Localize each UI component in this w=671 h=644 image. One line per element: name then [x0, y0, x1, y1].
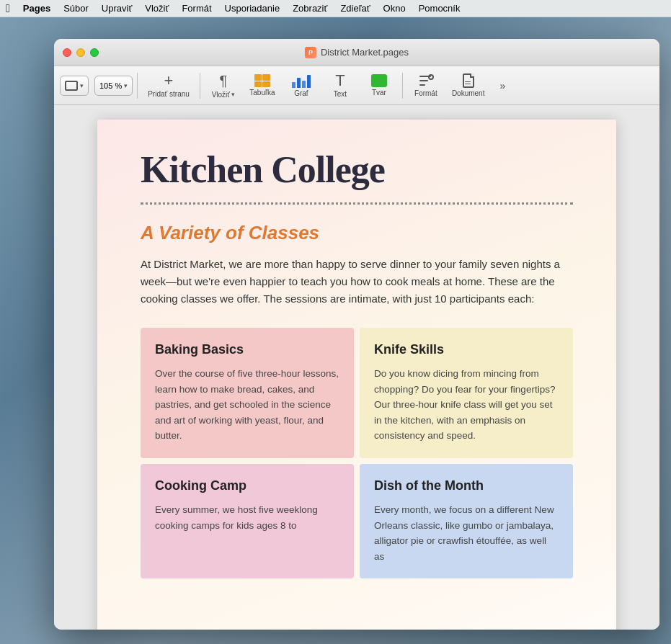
vlozit-menu[interactable]: Vložiť: [145, 3, 169, 14]
add-page-button[interactable]: + Pridať stranu: [142, 69, 195, 102]
table-label: Tabuľka: [249, 89, 275, 97]
toolbar-separator-1: [137, 73, 138, 99]
pomocnik-menu[interactable]: Pomocník: [419, 3, 461, 14]
insert-button[interactable]: ¶ Vložiť ▾: [205, 69, 242, 102]
paragraph-icon: ¶: [220, 73, 228, 89]
shape-label: Tvar: [372, 89, 386, 97]
baking-basics-text: Over the course of five three-hour lesso…: [155, 366, 339, 444]
knife-skills-card: Knife Skills Do you know dicing from min…: [360, 328, 573, 458]
title-divider: [141, 202, 573, 205]
close-button[interactable]: [63, 48, 71, 57]
knife-skills-text: Do you know dicing from mincing from cho…: [374, 366, 559, 444]
pages-app-icon: P: [305, 47, 316, 58]
toolbar-separator-3: [402, 73, 403, 99]
zoom-chevron-icon: ▾: [124, 82, 128, 89]
chart-label: Graf: [294, 89, 308, 97]
insert-label: Vložiť: [212, 91, 230, 99]
plus-icon: +: [164, 73, 174, 89]
format-icon: [418, 73, 434, 88]
baking-basics-card: Baking Basics Over the course of five th…: [141, 328, 354, 458]
insert-chevron-icon: ▾: [231, 91, 235, 98]
baking-basics-title: Baking Basics: [155, 342, 339, 357]
more-icon: »: [500, 80, 506, 91]
zdielat-menu[interactable]: Zdieľať: [340, 3, 370, 14]
titlebar: P District Market.pages: [54, 39, 659, 66]
apple-menu[interactable]: : [6, 2, 10, 15]
text-button[interactable]: T Text: [321, 69, 359, 102]
window-controls: [63, 48, 99, 57]
shape-icon: [371, 74, 387, 87]
minimize-button[interactable]: [76, 48, 85, 57]
toolbar: ▾ 105 % ▾ + Pridať stranu ¶ Vložiť ▾: [54, 66, 659, 105]
usporiadanie-menu[interactable]: Usporiadanie: [225, 3, 280, 14]
text-label: Text: [334, 90, 347, 98]
zobrazit-menu[interactable]: Zobraziť: [293, 3, 327, 14]
text-T-icon: T: [335, 73, 345, 89]
format-label: Formát: [414, 89, 437, 97]
dish-of-month-title: Dish of the Month: [374, 478, 559, 493]
okno-menu[interactable]: Okno: [383, 3, 406, 14]
page-title: Kitchen College: [141, 148, 573, 191]
menubar:  Pages Súbor Upraviť Vložiť Formát Uspo…: [0, 0, 671, 17]
dish-of-month-text: Every month, we focus on a different New…: [374, 502, 559, 564]
pages-menu[interactable]: Pages: [23, 3, 50, 14]
document-page: Kitchen College A Variety of Classes At …: [97, 120, 616, 630]
cooking-camp-card: Cooking Camp Every summer, we host five …: [141, 464, 354, 578]
view-icon: [65, 81, 78, 91]
document-button[interactable]: Dokument: [446, 69, 491, 102]
format-menu[interactable]: Formát: [182, 3, 211, 14]
view-button[interactable]: ▾: [60, 76, 89, 96]
dish-of-month-card: Dish of the Month Every month, we focus …: [360, 464, 573, 578]
intro-text: At District Market, we are more than hap…: [141, 256, 573, 308]
window-title: P District Market.pages: [305, 47, 409, 58]
zoom-value: 105 %: [99, 81, 122, 90]
cards-grid: Baking Basics Over the course of five th…: [141, 328, 573, 578]
document-label: Dokument: [452, 89, 485, 97]
zoom-button[interactable]: 105 % ▾: [94, 76, 133, 96]
toolbar-separator-2: [200, 73, 200, 99]
maximize-button[interactable]: [90, 48, 99, 57]
cooking-camp-text: Every summer, we host five weeklong cook…: [155, 502, 339, 533]
knife-skills-title: Knife Skills: [374, 342, 559, 357]
upravit-menu[interactable]: Upraviť: [102, 3, 132, 14]
document-area[interactable]: Kitchen College A Variety of Classes At …: [54, 105, 659, 630]
table-icon: [254, 74, 270, 87]
pages-icon-label: P: [308, 49, 313, 56]
desktop: P District Market.pages ▾ 105 % ▾ + Prid…: [0, 17, 671, 644]
section-title: A Variety of Classes: [141, 222, 573, 244]
document-title: District Market.pages: [321, 47, 409, 58]
more-button[interactable]: »: [492, 69, 513, 102]
add-page-label: Pridať stranu: [148, 90, 190, 98]
view-chevron-icon: ▾: [80, 82, 84, 89]
subor-menu[interactable]: Súbor: [63, 3, 89, 14]
shape-button[interactable]: Tvar: [360, 69, 398, 102]
format-button[interactable]: Formát: [407, 69, 445, 102]
table-button[interactable]: Tabuľka: [244, 69, 281, 102]
cooking-camp-title: Cooking Camp: [155, 478, 339, 493]
chart-button[interactable]: Graf: [283, 69, 320, 102]
pages-window: P District Market.pages ▾ 105 % ▾ + Prid…: [54, 39, 659, 630]
chart-icon: [292, 73, 311, 88]
document-icon: [463, 73, 474, 88]
